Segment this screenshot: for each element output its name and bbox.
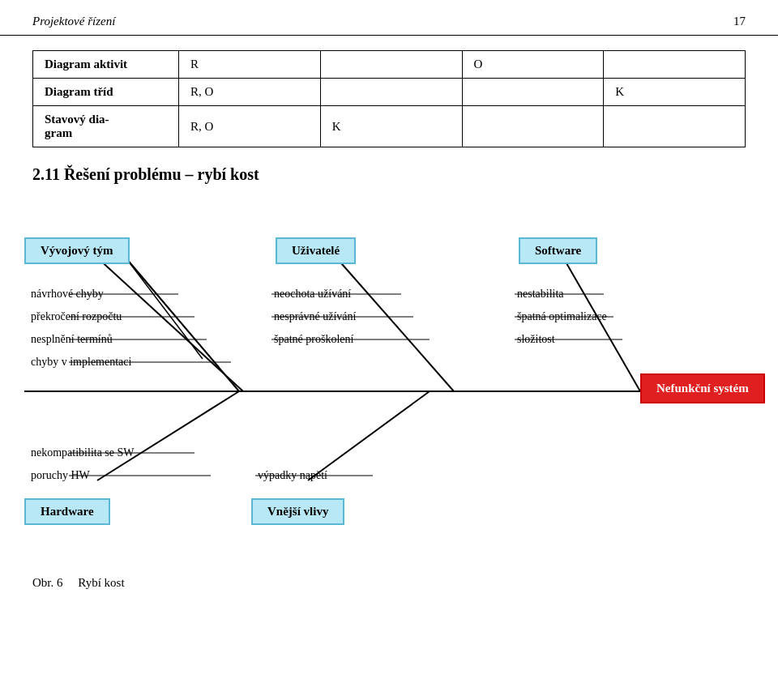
row1-col3: O <box>462 51 604 79</box>
row3-col0: Stavový dia- gram <box>33 106 179 147</box>
svg-line-14 <box>563 258 640 391</box>
cause-spatne-proskoleni: špatné proškolení <box>274 333 353 346</box>
row1-col1: R <box>179 51 321 79</box>
row1-col2 <box>320 51 462 79</box>
row1-col4 <box>604 51 746 79</box>
page-header: Projektové řízení 17 <box>0 0 778 36</box>
cause-nekompatibilita-sw: nekompatibilita se SW <box>31 446 135 459</box>
cause-poruchy-hw: poruchy HW <box>31 469 90 482</box>
effect-box: Nefunkční systém <box>640 373 765 403</box>
page-number: 17 <box>733 15 746 28</box>
box-vnejsi-vlivy: Vnější vlivy <box>251 498 344 525</box>
cause-nesplneni-terminu: nesplnění termínů <box>31 333 113 346</box>
row3-col3 <box>462 106 604 147</box>
box-software: Software <box>519 237 597 264</box>
table-row: Diagram tříd R, O K <box>33 79 746 106</box>
svg-line-10 <box>336 258 454 391</box>
box-vyvojovy-tym: Vývojový tým <box>24 237 130 264</box>
row2-col3 <box>462 79 604 106</box>
box-uzivatele: Uživatelé <box>276 237 356 264</box>
row3-col1: R, O <box>179 106 321 147</box>
figure-caption: Obr. 6 Rybí kost <box>0 570 778 596</box>
cause-chyby-implementaci: chyby v implementaci <box>31 356 131 369</box>
figure-title: Rybí kost <box>78 576 124 589</box>
cause-navrhove-chyby: návrhové chyby <box>31 288 104 301</box>
row2-col4: K <box>604 79 746 106</box>
cause-neochota-uzivani: neochota užívání <box>274 288 351 301</box>
matrix-table: Diagram aktivit R O Diagram tříd R, O K … <box>32 50 746 147</box>
row2-col1: R, O <box>179 79 321 106</box>
cause-spatna-optimalizace: špatná optimalizace <box>517 310 607 323</box>
cause-nespravne-uzivani: nesprávné užívání <box>274 310 356 323</box>
svg-line-18 <box>97 391 239 480</box>
cause-prekroceni-rozpoctu: překročení rozpočtu <box>31 310 122 323</box>
cause-vypadky-napeti: výpadky napětí <box>258 469 327 482</box>
row3-col2: K <box>320 106 462 147</box>
row3-col4 <box>604 106 746 147</box>
cause-nestabilita: nestabilita <box>517 288 564 301</box>
table-section: Diagram aktivit R O Diagram tříd R, O K … <box>0 36 778 147</box>
box-hardware: Hardware <box>24 498 110 525</box>
table-row: Stavový dia- gram R, O K <box>33 106 746 147</box>
figure-label: Obr. 6 <box>32 576 63 589</box>
fishbone-diagram: Vývojový tým Uživatelé Software Nefunkčn… <box>0 197 778 570</box>
table-row: Diagram aktivit R O <box>33 51 746 79</box>
section-heading: 2.11 Řešení problému – rybí kost <box>0 147 778 197</box>
row2-col0: Diagram tříd <box>33 79 179 106</box>
row1-col0: Diagram aktivit <box>33 51 179 79</box>
page-title: Projektové řízení <box>32 15 115 28</box>
row2-col2 <box>320 79 462 106</box>
cause-slozitost: složitost <box>517 333 555 346</box>
svg-line-21 <box>308 391 430 480</box>
svg-line-9 <box>97 258 243 391</box>
